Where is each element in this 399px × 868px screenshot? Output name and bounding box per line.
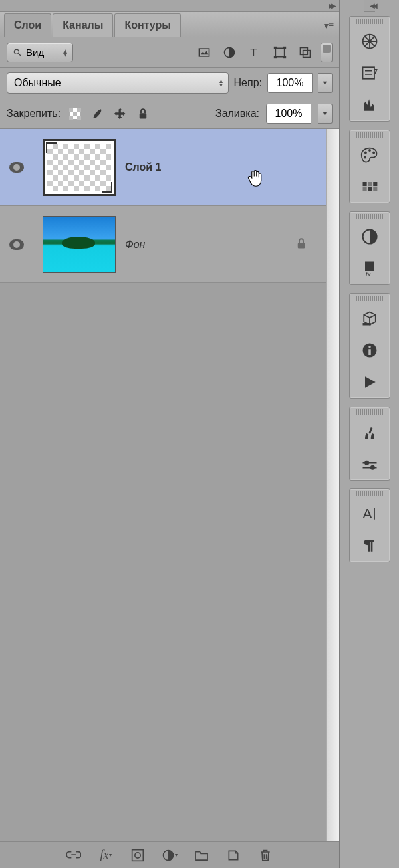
- brushes-icon[interactable]: [356, 419, 383, 445]
- layers-list: Слой 1 Фон: [0, 129, 339, 841]
- fill-label: Заливка:: [215, 108, 259, 120]
- lock-paint-icon[interactable]: [90, 106, 106, 122]
- layer-row[interactable]: Фон: [0, 206, 326, 283]
- layer-name[interactable]: Фон: [125, 239, 145, 251]
- svg-rect-18: [77, 116, 81, 120]
- layers-panel: ▶▶ Слои Каналы Контуры ▾≡ Вид ▴▾ T: [0, 0, 340, 868]
- grip-icon[interactable]: [356, 214, 383, 219]
- histogram-icon[interactable]: [356, 92, 383, 118]
- blend-mode-dropdown[interactable]: Обычные ▴▾: [7, 72, 229, 94]
- filter-type-icon[interactable]: T: [245, 43, 265, 62]
- grip-icon[interactable]: [356, 19, 383, 24]
- svg-rect-42: [368, 349, 371, 355]
- svg-point-28: [372, 152, 375, 154]
- svg-rect-16: [73, 112, 77, 116]
- svg-rect-35: [373, 187, 377, 191]
- lock-all-icon[interactable]: [135, 106, 151, 122]
- adjustment-layer-icon[interactable]: ▾: [161, 847, 178, 864]
- swatches-icon[interactable]: [356, 173, 383, 200]
- color-icon[interactable]: [356, 142, 383, 168]
- paragraph-icon[interactable]: [356, 532, 383, 559]
- filter-toggle[interactable]: [321, 43, 332, 62]
- opacity-dropdown[interactable]: ▼: [318, 73, 332, 93]
- blend-mode-value: Обычные: [14, 77, 61, 89]
- grip-icon[interactable]: [356, 296, 383, 301]
- svg-rect-14: [69, 108, 73, 112]
- svg-rect-17: [69, 116, 73, 120]
- filter-pixel-icon[interactable]: [194, 43, 214, 62]
- svg-marker-43: [365, 376, 376, 388]
- svg-point-29: [364, 156, 366, 159]
- panel-group: fx: [349, 211, 390, 285]
- filter-adjustment-icon[interactable]: [219, 43, 239, 62]
- grip-icon[interactable]: [356, 409, 383, 415]
- svg-point-26: [364, 152, 367, 154]
- collapse-icon[interactable]: ▶▶: [329, 2, 334, 9]
- svg-rect-7: [274, 46, 277, 49]
- svg-text:T: T: [250, 46, 257, 58]
- tab-paths[interactable]: Контуры: [114, 13, 181, 37]
- svg-rect-12: [303, 50, 311, 57]
- lock-toolbar: Закрепить: Заливка: ▼: [0, 98, 339, 129]
- svg-point-0: [14, 49, 19, 54]
- fill-dropdown[interactable]: ▼: [318, 104, 332, 124]
- new-group-icon[interactable]: [193, 847, 210, 864]
- play-icon[interactable]: [356, 369, 383, 395]
- layer-thumbnail[interactable]: [43, 216, 116, 273]
- svg-rect-21: [132, 849, 144, 861]
- link-layers-icon[interactable]: [65, 847, 82, 864]
- new-layer-icon[interactable]: [225, 847, 242, 864]
- scrollbar[interactable]: [326, 129, 339, 841]
- filter-shape-icon[interactable]: [270, 43, 290, 62]
- navigator-icon[interactable]: [356, 28, 383, 54]
- grip-icon[interactable]: [356, 132, 383, 138]
- svg-line-1: [19, 53, 21, 56]
- panel-topbar: ▶▶: [0, 0, 339, 12]
- panel-menu-icon[interactable]: ▾≡: [324, 20, 334, 31]
- layers-bottom-bar: fx▾ ▾: [0, 841, 339, 868]
- svg-rect-25: [363, 67, 375, 79]
- brush-presets-icon[interactable]: [356, 451, 383, 477]
- delete-layer-icon[interactable]: [257, 847, 274, 864]
- character-icon[interactable]: A: [356, 500, 383, 527]
- svg-text:A: A: [363, 506, 372, 521]
- eye-icon: [9, 239, 24, 250]
- info-icon[interactable]: [356, 337, 383, 364]
- svg-rect-34: [368, 187, 372, 191]
- expand-icon[interactable]: ◀◀: [370, 2, 375, 9]
- history-icon[interactable]: [356, 60, 383, 86]
- visibility-toggle[interactable]: [0, 206, 33, 282]
- svg-point-27: [368, 149, 371, 152]
- svg-rect-8: [283, 46, 286, 49]
- fill-input[interactable]: [266, 104, 311, 124]
- svg-rect-37: [365, 262, 374, 271]
- filter-kind-dropdown[interactable]: Вид ▴▾: [7, 43, 73, 62]
- svg-rect-20: [298, 243, 305, 248]
- adjustments-icon[interactable]: [356, 223, 383, 250]
- layer-row[interactable]: Слой 1: [0, 129, 326, 206]
- tab-channels[interactable]: Каналы: [53, 13, 113, 37]
- layer-mask-icon[interactable]: [129, 847, 146, 864]
- styles-icon[interactable]: fx: [356, 255, 383, 282]
- tab-layers[interactable]: Слои: [4, 13, 51, 37]
- eye-icon: [9, 162, 24, 173]
- lock-position-icon[interactable]: [112, 106, 128, 122]
- layer-thumbnail[interactable]: [43, 139, 116, 196]
- layer-style-icon[interactable]: fx▾: [97, 847, 114, 864]
- panel-group: [349, 407, 390, 481]
- layer-name[interactable]: Слой 1: [125, 162, 161, 173]
- panel-group: [349, 293, 390, 399]
- svg-rect-11: [301, 47, 308, 54]
- lock-icon: [295, 237, 307, 252]
- visibility-toggle[interactable]: [0, 129, 33, 205]
- dock-topbar: ◀◀: [364, 0, 375, 12]
- filter-smartobject-icon[interactable]: [295, 43, 315, 62]
- opacity-input[interactable]: [267, 73, 313, 93]
- 3d-icon[interactable]: [356, 305, 383, 332]
- grip-icon[interactable]: [356, 491, 383, 496]
- svg-rect-19: [140, 113, 147, 118]
- svg-rect-2: [200, 49, 209, 56]
- svg-rect-10: [283, 56, 286, 58]
- lock-transparency-icon[interactable]: [67, 106, 83, 122]
- svg-rect-9: [274, 56, 277, 58]
